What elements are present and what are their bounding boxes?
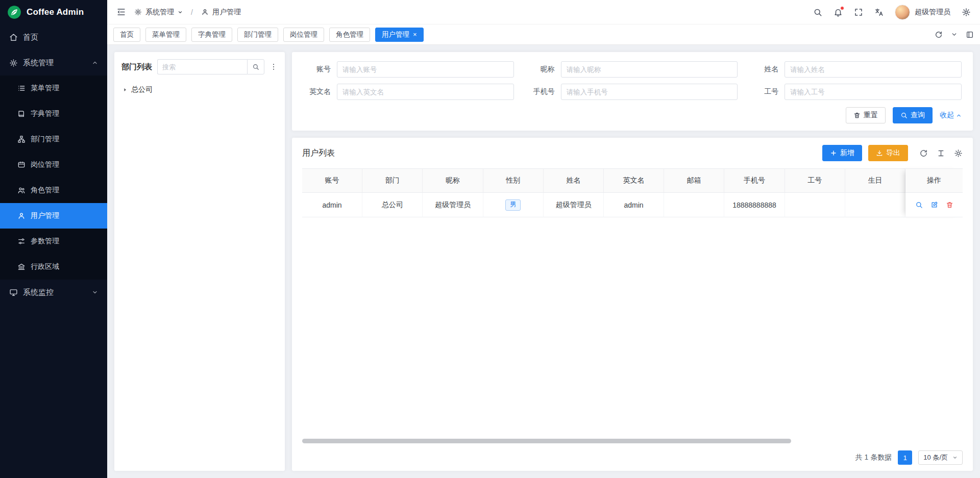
refresh-icon[interactable] [935, 31, 943, 39]
fullscreen-icon[interactable] [854, 8, 863, 17]
filter-field-work-no: 工号 [751, 84, 962, 100]
more-options-icon[interactable] [270, 63, 278, 71]
tab-post-mgmt[interactable]: 岗位管理 [283, 28, 324, 42]
work-no-input[interactable] [785, 84, 962, 100]
row-actions [905, 193, 963, 217]
scrollbar-thumb[interactable] [302, 439, 791, 443]
cell-english-name: admin [604, 193, 664, 217]
phone-input[interactable] [561, 84, 738, 100]
tab-home[interactable]: 首页 [113, 28, 140, 42]
column-header[interactable]: 手机号 [724, 168, 785, 193]
export-button-label: 导出 [886, 148, 900, 158]
top-bar: 系统管理 / 用户管理 [107, 0, 980, 24]
tab-close-icon[interactable]: × [413, 31, 417, 38]
main-area: 系统管理 / 用户管理 [107, 0, 980, 478]
sidebar: Coffee Admin 首页 系统管理 [0, 0, 107, 478]
field-label: 姓名 [751, 65, 785, 74]
column-header[interactable]: 姓名 [544, 168, 604, 193]
department-search-input[interactable] [157, 59, 247, 74]
edit-icon[interactable] [930, 201, 938, 209]
sidebar-item-menu-mgmt[interactable]: 菜单管理 [0, 76, 107, 101]
filter-field-english-name: 英文名 [303, 84, 514, 100]
horizontal-scrollbar [302, 439, 963, 443]
text-height-icon[interactable] [937, 149, 945, 158]
tree-node-label: 总公司 [131, 85, 153, 94]
reset-button[interactable]: 重置 [846, 107, 886, 123]
fixed-actions-column: 操作 [905, 168, 963, 217]
sliders-icon [17, 237, 26, 245]
breadcrumb-item-user[interactable]: 用户管理 [201, 8, 241, 17]
layout-icon[interactable] [966, 31, 974, 39]
gear-icon[interactable] [962, 8, 971, 17]
add-user-button[interactable]: 新增 [822, 145, 862, 161]
plus-icon [830, 149, 837, 157]
field-label: 账号 [303, 65, 337, 74]
tab-label: 岗位管理 [290, 30, 317, 39]
tab-user-mgmt[interactable]: 用户管理 × [375, 28, 424, 42]
user-list-tools: 新增 导出 [822, 145, 963, 161]
chevron-down-icon[interactable] [951, 31, 958, 38]
breadcrumb-item-system[interactable]: 系统管理 [134, 8, 183, 17]
sidebar-group-monitor[interactable]: 系统监控 [0, 280, 107, 305]
export-button[interactable]: 导出 [868, 145, 908, 161]
nickname-input[interactable] [561, 61, 738, 78]
column-header[interactable]: 账号 [302, 168, 362, 193]
department-search-button[interactable] [247, 59, 264, 74]
sidebar-item-label: 岗位管理 [31, 160, 59, 169]
sidebar-item-dept-mgmt[interactable]: 部门管理 [0, 127, 107, 152]
sidebar-item-label: 首页 [23, 33, 38, 42]
search-icon[interactable] [813, 8, 822, 17]
sidebar-collapse-button[interactable] [116, 7, 126, 17]
name-input[interactable] [785, 61, 962, 78]
sidebar-group-system[interactable]: 系统管理 [0, 50, 107, 76]
table-row: admin 总公司 超级管理员 男 超级管理员 admin 1888888888… [302, 193, 905, 217]
delete-icon[interactable] [946, 201, 953, 209]
tab-role-mgmt[interactable]: 角色管理 [329, 28, 370, 42]
sidebar-item-post-mgmt[interactable]: 岗位管理 [0, 152, 107, 178]
list-icon [17, 84, 26, 92]
monitor-icon [9, 288, 18, 297]
sidebar-item-label: 角色管理 [31, 186, 59, 195]
sidebar-item-dict-mgmt[interactable]: 字典管理 [0, 101, 107, 127]
sidebar-item-home[interactable]: 首页 [0, 24, 107, 50]
filter-fields: 账号 昵称 姓名 英文名 [303, 61, 962, 100]
column-header[interactable]: 英文名 [604, 168, 664, 193]
english-name-input[interactable] [337, 84, 514, 100]
column-header[interactable]: 部门 [362, 168, 423, 193]
cell-work-no [785, 193, 845, 217]
user-menu[interactable]: 超级管理员 [895, 5, 950, 20]
tab-dept-mgmt[interactable]: 部门管理 [237, 28, 278, 42]
tab-label: 角色管理 [336, 30, 363, 39]
coffee-logo-icon [7, 5, 21, 19]
tree-node-root[interactable]: 总公司 [121, 84, 278, 96]
gear-icon[interactable] [954, 149, 963, 158]
sidebar-submenu-system: 菜单管理 字典管理 部门管理 [0, 76, 107, 280]
column-header[interactable]: 性别 [483, 168, 544, 193]
sidebar-item-role-mgmt[interactable]: 角色管理 [0, 178, 107, 203]
filter-field-phone: 手机号 [527, 84, 738, 100]
tab-menu-mgmt[interactable]: 菜单管理 [145, 28, 186, 42]
sidebar-item-user-mgmt[interactable]: 用户管理 [0, 203, 107, 229]
download-icon [876, 149, 883, 157]
sidebar-group-label: 系统监控 [23, 288, 54, 297]
tab-dict-mgmt[interactable]: 字典管理 [191, 28, 232, 42]
bell-icon[interactable] [834, 8, 843, 17]
query-button[interactable]: 查询 [893, 107, 933, 123]
column-header[interactable]: 昵称 [423, 168, 483, 193]
view-icon[interactable] [915, 201, 923, 209]
column-header[interactable]: 工号 [785, 168, 845, 193]
translate-icon[interactable] [874, 8, 884, 17]
page-size-select[interactable]: 10 条/页 [918, 450, 963, 465]
sidebar-item-param-mgmt[interactable]: 参数管理 [0, 229, 107, 254]
breadcrumb-label: 用户管理 [212, 8, 241, 17]
avatar [895, 5, 910, 20]
sidebar-item-region-mgmt[interactable]: 行政区域 [0, 254, 107, 280]
collapse-filter-button[interactable]: 收起 [940, 111, 962, 120]
account-input[interactable] [337, 61, 514, 78]
column-header[interactable]: 生日 [845, 168, 905, 193]
pagination-total: 共 1 条数据 [855, 453, 892, 462]
column-header[interactable]: 邮箱 [664, 168, 724, 193]
caret-right-icon[interactable] [122, 87, 128, 92]
refresh-icon[interactable] [919, 149, 928, 158]
page-button-1[interactable]: 1 [898, 450, 912, 465]
